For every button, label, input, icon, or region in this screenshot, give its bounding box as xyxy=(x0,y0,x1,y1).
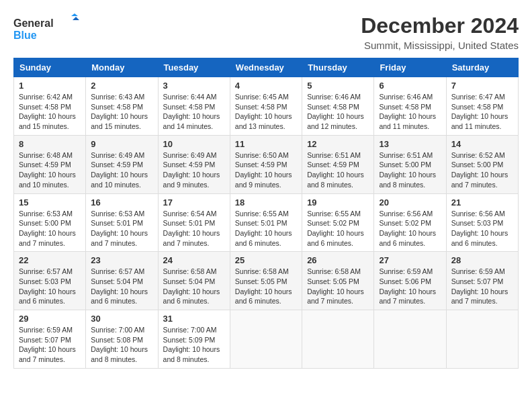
day-info: Sunrise: 6:51 AMSunset: 4:59 PMDaylight:… xyxy=(307,150,369,190)
calendar-header-thursday: Thursday xyxy=(302,58,374,77)
calendar-cell: 27Sunrise: 6:59 AMSunset: 5:06 PMDayligh… xyxy=(374,252,446,310)
day-number: 12 xyxy=(307,139,369,149)
svg-marker-2 xyxy=(71,13,78,16)
calendar-cell: 10Sunrise: 6:49 AMSunset: 4:59 PMDayligh… xyxy=(158,135,230,193)
calendar-cell: 30Sunrise: 7:00 AMSunset: 5:08 PMDayligh… xyxy=(86,310,158,369)
calendar-cell: 11Sunrise: 6:50 AMSunset: 4:59 PMDayligh… xyxy=(230,135,302,193)
day-number: 29 xyxy=(19,314,81,324)
day-info: Sunrise: 6:46 AMSunset: 4:58 PMDaylight:… xyxy=(307,92,369,132)
calendar-header-wednesday: Wednesday xyxy=(230,58,302,77)
day-number: 14 xyxy=(451,139,513,149)
calendar-header-sunday: Sunday xyxy=(14,58,86,77)
calendar-header-tuesday: Tuesday xyxy=(158,58,230,77)
day-number: 6 xyxy=(379,81,441,91)
day-number: 3 xyxy=(163,81,225,91)
day-info: Sunrise: 6:57 AMSunset: 5:03 PMDaylight:… xyxy=(19,267,81,306)
day-number: 27 xyxy=(379,255,441,265)
day-number: 16 xyxy=(91,197,152,208)
day-info: Sunrise: 6:54 AMSunset: 5:01 PMDaylight:… xyxy=(163,209,225,248)
calendar-cell xyxy=(446,310,518,369)
day-number: 21 xyxy=(451,197,513,208)
day-info: Sunrise: 6:46 AMSunset: 4:58 PMDaylight:… xyxy=(379,92,441,132)
day-number: 20 xyxy=(379,197,441,208)
day-number: 15 xyxy=(19,197,81,208)
calendar-cell: 20Sunrise: 6:56 AMSunset: 5:02 PMDayligh… xyxy=(374,193,446,252)
calendar: SundayMondayTuesdayWednesdayThursdayFrid… xyxy=(13,58,519,369)
calendar-header-friday: Friday xyxy=(374,58,446,77)
svg-text:Blue: Blue xyxy=(13,30,37,41)
calendar-week-2: 8Sunrise: 6:48 AMSunset: 4:59 PMDaylight… xyxy=(14,135,519,193)
day-info: Sunrise: 6:59 AMSunset: 5:07 PMDaylight:… xyxy=(19,325,81,365)
day-info: Sunrise: 6:57 AMSunset: 5:04 PMDaylight:… xyxy=(91,267,152,306)
day-info: Sunrise: 6:44 AMSunset: 4:58 PMDaylight:… xyxy=(163,92,225,132)
calendar-cell: 17Sunrise: 6:54 AMSunset: 5:01 PMDayligh… xyxy=(158,193,230,252)
calendar-cell: 12Sunrise: 6:51 AMSunset: 4:59 PMDayligh… xyxy=(302,135,374,193)
day-info: Sunrise: 7:00 AMSunset: 5:08 PMDaylight:… xyxy=(91,325,152,365)
day-number: 24 xyxy=(163,255,225,265)
day-number: 8 xyxy=(19,139,81,149)
calendar-cell: 2Sunrise: 6:43 AMSunset: 4:58 PMDaylight… xyxy=(86,77,158,136)
day-info: Sunrise: 6:53 AMSunset: 5:00 PMDaylight:… xyxy=(19,209,81,248)
calendar-cell: 15Sunrise: 6:53 AMSunset: 5:00 PMDayligh… xyxy=(14,193,86,252)
day-info: Sunrise: 6:47 AMSunset: 4:58 PMDaylight:… xyxy=(451,92,513,132)
calendar-body: 1Sunrise: 6:42 AMSunset: 4:58 PMDaylight… xyxy=(14,77,519,369)
logo-svg: General Blue xyxy=(13,13,81,43)
day-number: 13 xyxy=(379,139,441,149)
day-number: 1 xyxy=(19,81,81,91)
day-number: 25 xyxy=(235,255,297,265)
location: Summit, Mississippi, United States xyxy=(361,40,519,51)
calendar-cell: 3Sunrise: 6:44 AMSunset: 4:58 PMDaylight… xyxy=(158,77,230,136)
day-number: 19 xyxy=(307,197,369,208)
day-number: 4 xyxy=(235,81,297,91)
calendar-cell xyxy=(230,310,302,369)
day-number: 22 xyxy=(19,255,81,265)
day-info: Sunrise: 6:48 AMSunset: 4:59 PMDaylight:… xyxy=(19,150,81,190)
day-number: 30 xyxy=(91,314,152,324)
calendar-cell: 8Sunrise: 6:48 AMSunset: 4:59 PMDaylight… xyxy=(14,135,86,193)
calendar-cell: 31Sunrise: 7:00 AMSunset: 5:09 PMDayligh… xyxy=(158,310,230,369)
title-area: December 2024 Summit, Mississippi, Unite… xyxy=(361,13,519,51)
day-info: Sunrise: 6:56 AMSunset: 5:03 PMDaylight:… xyxy=(451,209,513,248)
day-info: Sunrise: 6:51 AMSunset: 5:00 PMDaylight:… xyxy=(379,150,441,190)
calendar-cell: 19Sunrise: 6:55 AMSunset: 5:02 PMDayligh… xyxy=(302,193,374,252)
day-info: Sunrise: 6:55 AMSunset: 5:01 PMDaylight:… xyxy=(235,209,297,248)
calendar-cell: 28Sunrise: 6:59 AMSunset: 5:07 PMDayligh… xyxy=(446,252,518,310)
calendar-cell: 7Sunrise: 6:47 AMSunset: 4:58 PMDaylight… xyxy=(446,77,518,136)
calendar-week-1: 1Sunrise: 6:42 AMSunset: 4:58 PMDaylight… xyxy=(14,77,519,136)
calendar-cell: 25Sunrise: 6:58 AMSunset: 5:05 PMDayligh… xyxy=(230,252,302,310)
calendar-cell: 1Sunrise: 6:42 AMSunset: 4:58 PMDaylight… xyxy=(14,77,86,136)
day-info: Sunrise: 6:45 AMSunset: 4:58 PMDaylight:… xyxy=(235,92,297,132)
day-info: Sunrise: 6:49 AMSunset: 4:59 PMDaylight:… xyxy=(91,150,152,190)
day-info: Sunrise: 6:42 AMSunset: 4:58 PMDaylight:… xyxy=(19,92,81,132)
day-info: Sunrise: 6:56 AMSunset: 5:02 PMDaylight:… xyxy=(379,209,441,248)
calendar-cell: 22Sunrise: 6:57 AMSunset: 5:03 PMDayligh… xyxy=(14,252,86,310)
svg-text:General: General xyxy=(13,17,54,29)
day-number: 26 xyxy=(307,255,369,265)
day-info: Sunrise: 6:43 AMSunset: 4:58 PMDaylight:… xyxy=(91,92,152,132)
day-number: 7 xyxy=(451,81,513,91)
day-info: Sunrise: 6:52 AMSunset: 5:00 PMDaylight:… xyxy=(451,150,513,190)
calendar-header-row: SundayMondayTuesdayWednesdayThursdayFrid… xyxy=(14,58,519,77)
day-number: 11 xyxy=(235,139,297,149)
day-info: Sunrise: 6:53 AMSunset: 5:01 PMDaylight:… xyxy=(91,209,152,248)
header: General Blue December 2024 Summit, Missi… xyxy=(13,13,519,51)
calendar-cell: 26Sunrise: 6:58 AMSunset: 5:05 PMDayligh… xyxy=(302,252,374,310)
day-info: Sunrise: 6:59 AMSunset: 5:06 PMDaylight:… xyxy=(379,267,441,306)
day-number: 10 xyxy=(163,139,225,149)
calendar-cell xyxy=(374,310,446,369)
day-info: Sunrise: 6:55 AMSunset: 5:02 PMDaylight:… xyxy=(307,209,369,248)
calendar-cell: 16Sunrise: 6:53 AMSunset: 5:01 PMDayligh… xyxy=(86,193,158,252)
calendar-header-saturday: Saturday xyxy=(446,58,518,77)
calendar-cell: 5Sunrise: 6:46 AMSunset: 4:58 PMDaylight… xyxy=(302,77,374,136)
day-number: 5 xyxy=(307,81,369,91)
day-info: Sunrise: 6:58 AMSunset: 5:05 PMDaylight:… xyxy=(235,267,297,306)
day-number: 31 xyxy=(163,314,225,324)
day-info: Sunrise: 6:59 AMSunset: 5:07 PMDaylight:… xyxy=(451,267,513,306)
day-number: 18 xyxy=(235,197,297,208)
day-info: Sunrise: 6:49 AMSunset: 4:59 PMDaylight:… xyxy=(163,150,225,190)
calendar-week-3: 15Sunrise: 6:53 AMSunset: 5:00 PMDayligh… xyxy=(14,193,519,252)
calendar-cell: 4Sunrise: 6:45 AMSunset: 4:58 PMDaylight… xyxy=(230,77,302,136)
calendar-cell: 23Sunrise: 6:57 AMSunset: 5:04 PMDayligh… xyxy=(86,252,158,310)
day-number: 17 xyxy=(163,197,225,208)
day-number: 2 xyxy=(91,81,152,91)
